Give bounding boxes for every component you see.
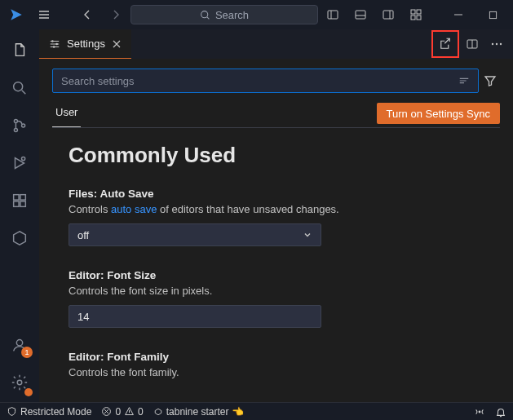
status-feedback[interactable] [474,406,485,418]
svg-rect-17 [20,201,25,206]
activity-search[interactable] [0,72,39,104]
svg-rect-3 [383,11,393,19]
svg-point-28 [479,410,481,413]
layout-customize-icon[interactable] [405,3,427,26]
svg-rect-7 [417,15,421,20]
auto-save-dropdown[interactable]: off [69,223,321,246]
tab-label: Settings [67,38,105,50]
more-actions-button[interactable] [485,33,508,55]
settings-editor: Search settings User Turn on Settings Sy… [39,59,513,402]
app-logo [5,3,28,26]
svg-point-10 [14,119,17,122]
svg-point-9 [14,82,23,91]
svg-point-20 [51,40,54,42]
accounts-badge: 1 [21,347,33,358]
search-icon [200,10,210,20]
open-settings-json-highlight [431,30,459,58]
settings-scope-user-tab[interactable]: User [52,99,81,127]
svg-point-25 [496,43,498,45]
shield-icon [7,406,17,417]
svg-rect-6 [411,15,415,20]
tabnine-icon [153,407,163,417]
svg-point-26 [500,43,502,45]
tab-settings[interactable]: Settings [39,29,131,59]
svg-point-12 [22,124,25,127]
split-editor-button[interactable] [461,33,484,55]
window-maximize-button[interactable] [478,3,507,26]
svg-rect-16 [14,201,19,206]
command-center-search[interactable]: Search [130,5,318,24]
turn-on-settings-sync-button[interactable]: Turn on Settings Sync [377,103,500,124]
svg-rect-14 [14,195,19,200]
nav-forward-button[interactable] [104,3,127,26]
svg-point-13 [21,157,24,160]
settings-search-placeholder: Search settings [61,75,135,87]
setting-title: Editor: Font Size [69,269,500,281]
open-settings-json-button[interactable] [434,33,457,55]
status-tabnine[interactable]: tabnine starter 👈 [153,406,245,418]
svg-rect-15 [20,195,25,200]
status-bar: Restricted Mode 0 0 tabnine starter 👈 [0,402,513,420]
settings-tab-icon [49,38,60,50]
svg-point-24 [492,43,493,45]
auto-save-value: off [77,229,89,241]
activity-source-control[interactable] [0,109,39,142]
layout-sidebar-right-icon[interactable] [377,3,400,26]
settings-section-heading: Commonly Used [69,143,500,168]
setting-title: Editor: Font Family [69,351,500,363]
setting-editor-font-size: Editor: Font Size Controls the font size… [69,269,500,328]
bell-icon [495,406,506,418]
layout-sidebar-left-icon[interactable] [321,3,344,26]
window-minimize-button[interactable] [444,3,473,26]
setting-description: Controls the font size in pixels. [69,285,500,297]
svg-rect-4 [411,10,415,14]
clear-search-icon[interactable] [458,75,470,86]
svg-point-0 [201,11,208,17]
activity-run-debug[interactable] [0,147,39,179]
svg-rect-5 [417,10,421,14]
warning-icon [124,406,135,417]
auto-save-doc-link[interactable]: auto save [111,203,157,215]
activity-settings-gear[interactable] [0,366,39,399]
svg-point-22 [53,46,55,48]
svg-point-18 [16,340,22,346]
svg-point-11 [14,128,17,131]
setting-description: Controls the font family. [69,366,500,378]
activity-bar: 1 [0,29,39,402]
nav-back-button[interactable] [77,3,100,26]
status-restricted-mode[interactable]: Restricted Mode [7,406,91,418]
settings-search-input[interactable]: Search settings [52,69,479,93]
svg-point-21 [55,42,58,45]
svg-rect-1 [328,11,338,19]
activity-extra[interactable] [0,222,39,254]
setting-editor-font-family: Editor: Font Family Controls the font fa… [69,351,500,378]
activity-extensions[interactable] [0,184,39,217]
font-size-input[interactable]: 14 [69,305,321,328]
setting-files-auto-save: Files: Auto Save Controls auto save of e… [69,188,500,246]
editor-area: Settings [39,29,513,402]
editor-tabbar: Settings [39,29,513,59]
svg-point-19 [17,380,22,385]
title-bar: Search [0,0,513,29]
layout-panel-icon[interactable] [349,3,372,26]
svg-rect-2 [356,11,365,19]
activity-accounts[interactable]: 1 [0,329,39,361]
font-size-value: 14 [77,311,89,323]
activity-explorer[interactable] [0,34,39,67]
broadcast-icon [474,406,485,418]
setting-description: Controls auto save of editors that have … [69,203,500,215]
settings-filter-button[interactable] [484,74,500,87]
svg-rect-8 [489,11,496,18]
settings-update-badge [24,388,33,396]
setting-title: Files: Auto Save [69,188,500,200]
menu-button[interactable] [33,3,55,26]
tab-close-button[interactable] [112,39,122,49]
status-notifications[interactable] [495,406,506,418]
error-icon [101,406,112,417]
chevron-down-icon [303,230,312,240]
status-problems[interactable]: 0 0 [101,406,143,418]
command-center-placeholder: Search [215,9,249,21]
